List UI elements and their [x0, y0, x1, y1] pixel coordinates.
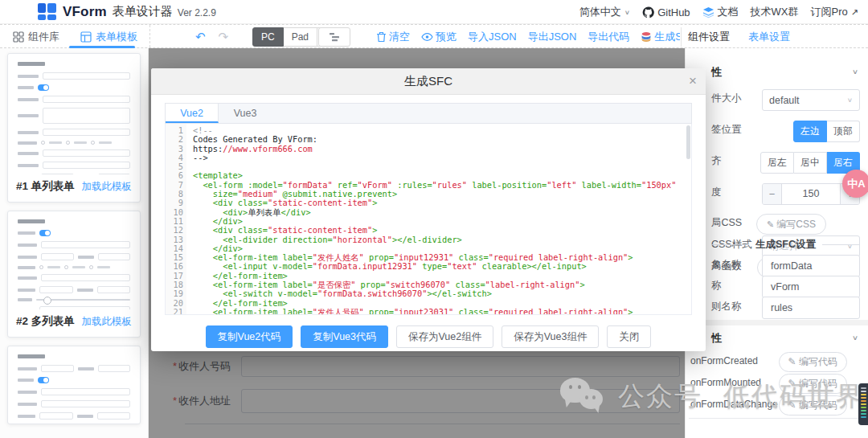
action-生成SFC[interactable]: 生成SFC	[641, 30, 680, 44]
header-link-订阅pro[interactable]: 订阅Pro↗	[811, 5, 858, 19]
load-template-link[interactable]: 加载此模板	[82, 180, 133, 194]
vue-version-tabs: Vue2Vue3	[165, 103, 692, 124]
mini-label	[18, 75, 39, 78]
sidebar-tab-表单模板[interactable]: 表单模板	[80, 30, 137, 44]
load-template-link[interactable]: 加载此模板	[82, 315, 133, 329]
code-line: <el-form-item label="发件人号码" prop="input2…	[193, 308, 691, 314]
pencil-icon: ✎	[788, 356, 799, 367]
mini-label	[18, 391, 37, 394]
label-position-左边[interactable]: 左边	[793, 121, 827, 142]
undo-button[interactable]: ↶	[195, 30, 206, 44]
line-number: 19	[166, 289, 183, 298]
mini-radio	[39, 265, 43, 269]
label-position-顶部[interactable]: 顶部	[827, 121, 860, 142]
mini-label	[18, 276, 37, 280]
action-清空[interactable]: 清空	[376, 30, 410, 44]
mini-row	[18, 230, 130, 236]
eq-widget[interactable]	[858, 383, 868, 425]
code-content[interactable]: <!--Codes Generated By VForm:https://www…	[186, 124, 691, 314]
settings-tab-组件设置[interactable]: 组件设置	[688, 30, 730, 44]
active-tab-underline	[69, 46, 135, 48]
mini-radio	[41, 141, 45, 145]
line-number: 12	[166, 226, 183, 235]
edit-code-button[interactable]: ✎ 编写代码	[779, 374, 847, 394]
template-card-footer: #1 单列表单加载此模板	[8, 174, 140, 202]
mini-label	[18, 244, 37, 247]
button-保存为Vue3组件[interactable]: 保存为Vue3组件	[502, 325, 599, 348]
edit-css-button[interactable]: ✎编写CSS	[756, 214, 826, 235]
action-导入JSON[interactable]: 导入JSON	[468, 30, 517, 44]
collapse-chevron-icon[interactable]: ∨	[852, 68, 858, 76]
button-保存为Vue2组件[interactable]: 保存为Vue2组件	[396, 325, 493, 348]
action-label: 生成SFC	[654, 30, 680, 44]
mini-row	[18, 108, 130, 124]
toolbar-separator	[681, 27, 682, 47]
sidebar-tab-组件库[interactable]: 组件库	[13, 30, 59, 44]
button-关闭[interactable]: 关闭	[607, 325, 651, 348]
mini-row	[18, 365, 130, 372]
row-global-css: 局CSS ✎编写CSS	[711, 216, 868, 230]
code-viewer: 123456789101112131415161718192021 <!--Co…	[165, 124, 692, 315]
header-link-技术wx群[interactable]: 技术WX群	[751, 5, 799, 19]
redo-button[interactable]: ↷	[219, 30, 229, 44]
action-导出代码[interactable]: 导出代码	[588, 30, 629, 44]
pencil-icon: ✎	[788, 378, 799, 389]
mini-label	[18, 141, 37, 145]
edit-code-label: 编写代码	[799, 399, 837, 411]
mini-input	[41, 274, 130, 281]
collapse-chevron-icon[interactable]: ∨	[852, 334, 858, 342]
rules-name-input[interactable]: rules	[762, 297, 860, 319]
mini-slider	[36, 299, 130, 301]
mini-label	[18, 98, 39, 101]
settings-tab-表单设置[interactable]: 表单设置	[748, 30, 790, 44]
label-align-居左[interactable]: 居左	[760, 152, 794, 174]
decrease-button[interactable]: −	[763, 184, 782, 204]
mini-label	[18, 415, 35, 418]
app-subtitle: 表单设计器	[113, 4, 173, 19]
tab-vue2[interactable]: Vue2	[166, 104, 219, 123]
data-object-name-input[interactable]: formData	[762, 255, 860, 277]
docs-icon	[702, 6, 714, 18]
mini-radio	[66, 141, 70, 145]
label-align-居中[interactable]: 居中	[794, 152, 827, 174]
header-link-文档[interactable]: 文档	[702, 5, 739, 19]
language-selector[interactable]: 简体中文∨	[579, 5, 630, 19]
pencil-icon: ✎	[767, 219, 774, 229]
action-预览[interactable]: 预览	[421, 30, 457, 44]
device-button-pc[interactable]: PC	[252, 27, 284, 47]
header-link-github[interactable]: GitHub	[642, 6, 690, 18]
tab-vue3[interactable]: Vue3	[219, 104, 272, 123]
template-card-footer: #2 多列表单加载此模板	[8, 309, 140, 337]
mini-label	[18, 131, 39, 134]
button-复制Vue3代码[interactable]: 复制Vue3代码	[301, 325, 388, 348]
widget-size-select[interactable]: default ∨	[762, 89, 860, 111]
header-link-label: 技术WX群	[751, 5, 799, 19]
code-line: <div>单列表单</div>	[193, 208, 691, 217]
close-icon[interactable]: ×	[689, 74, 697, 88]
mini-input	[43, 96, 130, 103]
row-event-onFormCreated: onFormCreated✎ 编写代码	[690, 355, 868, 366]
mini-input	[41, 400, 130, 407]
dialog-header: 生成SFC ×	[151, 68, 706, 95]
mini-row	[18, 298, 130, 301]
form-ref-name-input[interactable]: vForm	[762, 276, 860, 298]
row-event-onFormMounted: onFormMounted✎ 编写代码	[690, 377, 868, 388]
node-tree-button[interactable]	[318, 27, 350, 47]
mini-row	[18, 149, 130, 157]
device-button-pad[interactable]: Pad	[284, 27, 317, 47]
mini-row	[18, 141, 130, 145]
button-复制Vue2代码[interactable]: 复制Vue2代码	[206, 325, 293, 348]
edit-code-button[interactable]: ✎ 编写代码	[779, 352, 847, 372]
action-导出JSON[interactable]: 导出JSON	[528, 30, 577, 44]
template-preview	[8, 54, 140, 174]
edit-code-button[interactable]: ✎ 编写代码	[779, 395, 847, 415]
template-name: #1 单列表单	[16, 179, 75, 194]
action-label: 清空	[389, 30, 410, 44]
mini-input	[43, 149, 130, 157]
mini-row	[18, 412, 130, 420]
code-scrollbar[interactable]	[686, 125, 690, 159]
mini-input	[39, 286, 73, 293]
translate-fab-button[interactable]: 中A	[842, 170, 868, 198]
label-width-value[interactable]: 150	[782, 184, 840, 204]
template-card: #2 多列表单加载此模板	[7, 211, 141, 338]
